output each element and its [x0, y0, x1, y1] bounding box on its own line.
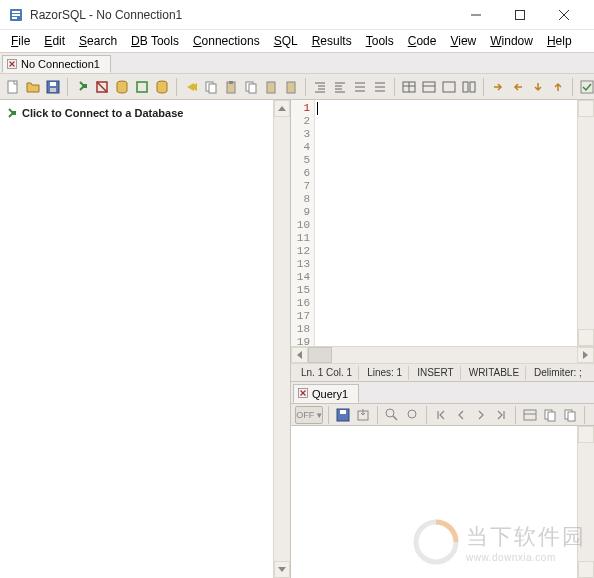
menu-edit[interactable]: Edit	[37, 32, 72, 50]
database-icon[interactable]	[113, 78, 131, 96]
maximize-button[interactable]	[498, 0, 542, 30]
right-pane: 123456789101112131415161718192021 Ln. 1 …	[291, 100, 594, 578]
svg-rect-2	[12, 14, 20, 16]
main-area: Click to Connect to a Database 123456789…	[0, 100, 594, 578]
indent-right-icon[interactable]	[331, 78, 349, 96]
svg-rect-53	[581, 81, 593, 93]
menu-search[interactable]: Search	[72, 32, 124, 50]
close-tab-icon[interactable]	[298, 388, 308, 400]
close-button[interactable]	[542, 0, 586, 30]
scroll-up-icon[interactable]	[578, 100, 594, 117]
scroll-thumb[interactable]	[308, 347, 332, 363]
scroll-track[interactable]	[578, 117, 594, 329]
filter2-icon[interactable]	[403, 406, 421, 424]
arrow-down-icon[interactable]	[529, 78, 547, 96]
scroll-track[interactable]	[274, 117, 290, 561]
svg-line-69	[393, 416, 397, 420]
close-tab-icon[interactable]	[7, 59, 17, 69]
table3-icon[interactable]	[440, 78, 458, 96]
columns-icon[interactable]	[460, 78, 478, 96]
window-title: RazorSQL - No Connection1	[30, 8, 454, 22]
editor-statusbar: Ln. 1 Col. 1 Lines: 1 INSERT WRITABLE De…	[291, 363, 594, 381]
new-file-icon[interactable]	[4, 78, 22, 96]
svg-rect-5	[516, 10, 525, 19]
svg-rect-66	[340, 410, 346, 414]
connect-icon[interactable]	[73, 78, 91, 96]
export-icon[interactable]	[354, 406, 372, 424]
clipboard2-icon[interactable]	[282, 78, 300, 96]
scroll-down-icon[interactable]	[274, 561, 290, 578]
filter-icon[interactable]	[383, 406, 401, 424]
svg-rect-57	[12, 111, 16, 115]
menu-code[interactable]: Code	[401, 32, 444, 50]
arrow-left-icon[interactable]	[509, 78, 527, 96]
menu-dbtools[interactable]: DB Tools	[124, 32, 186, 50]
svg-rect-76	[568, 412, 575, 421]
toolbar-separator	[67, 78, 68, 96]
scroll-up-icon[interactable]	[274, 100, 290, 117]
svg-rect-74	[548, 412, 555, 421]
off-toggle[interactable]: OFF ▾	[295, 406, 323, 424]
table-icon[interactable]	[400, 78, 418, 96]
menu-help[interactable]: Help	[540, 32, 579, 50]
check-icon[interactable]	[578, 78, 594, 96]
refresh-icon[interactable]	[133, 78, 151, 96]
menu-view[interactable]: View	[443, 32, 483, 50]
editor-vscrollbar[interactable]	[577, 100, 594, 346]
copy-all-icon[interactable]	[561, 406, 579, 424]
line-number: 7	[293, 180, 310, 193]
connect-prompt[interactable]: Click to Connect to a Database	[2, 104, 288, 122]
scroll-track[interactable]	[578, 443, 594, 561]
scroll-right-icon[interactable]	[577, 347, 594, 363]
database2-icon[interactable]	[153, 78, 171, 96]
disconnect-icon[interactable]	[93, 78, 111, 96]
connect-prompt-text: Click to Connect to a Database	[22, 107, 183, 119]
menubar: File Edit Search DB Tools Connections SQ…	[0, 30, 594, 52]
arrow-right-icon[interactable]	[489, 78, 507, 96]
execute-icon[interactable]	[182, 78, 200, 96]
window-titlebar: RazorSQL - No Connection1	[0, 0, 594, 30]
last-page-icon[interactable]	[492, 406, 510, 424]
code-area[interactable]	[315, 100, 577, 346]
line-number: 19	[293, 336, 310, 346]
indent-left-icon[interactable]	[311, 78, 329, 96]
menu-sql[interactable]: SQL	[267, 32, 305, 50]
first-page-icon[interactable]	[432, 406, 450, 424]
prev-page-icon[interactable]	[452, 406, 470, 424]
arrow-up-icon[interactable]	[549, 78, 567, 96]
menu-tools[interactable]: Tools	[359, 32, 401, 50]
status-delimiter: Delimiter: ;	[528, 366, 588, 380]
save-results-icon[interactable]	[334, 406, 352, 424]
menu-window[interactable]: Window	[483, 32, 540, 50]
cut-icon[interactable]	[242, 78, 260, 96]
open-file-icon[interactable]	[24, 78, 42, 96]
save-icon[interactable]	[44, 78, 62, 96]
scroll-left-icon[interactable]	[291, 347, 308, 363]
next-page-icon[interactable]	[472, 406, 490, 424]
query-results-content[interactable]	[291, 426, 577, 578]
editor-hscrollbar[interactable]	[291, 346, 594, 363]
status-position: Ln. 1 Col. 1	[295, 366, 359, 380]
svg-rect-3	[12, 17, 17, 19]
document-tab[interactable]: No Connection1	[2, 55, 111, 73]
menu-results[interactable]: Results	[305, 32, 359, 50]
copy-results-icon[interactable]	[541, 406, 559, 424]
scroll-down-icon[interactable]	[578, 329, 594, 346]
clipboard-icon[interactable]	[262, 78, 280, 96]
scroll-up-icon[interactable]	[578, 426, 594, 443]
table2-icon[interactable]	[420, 78, 438, 96]
navigator-scrollbar[interactable]	[273, 100, 290, 578]
copy-icon[interactable]	[202, 78, 220, 96]
menu-connections[interactable]: Connections	[186, 32, 267, 50]
grid-icon[interactable]	[521, 406, 539, 424]
paste-icon[interactable]	[222, 78, 240, 96]
minimize-button[interactable]	[454, 0, 498, 30]
query-tab[interactable]: Query1	[293, 384, 359, 403]
query-vscrollbar[interactable]	[577, 426, 594, 578]
query-results-pane: Query1 OFF ▾	[291, 382, 594, 578]
list-icon[interactable]	[351, 78, 369, 96]
scroll-track[interactable]	[332, 347, 577, 363]
list2-icon[interactable]	[371, 78, 389, 96]
menu-file[interactable]: File	[4, 32, 37, 50]
scroll-down-icon[interactable]	[578, 561, 594, 578]
